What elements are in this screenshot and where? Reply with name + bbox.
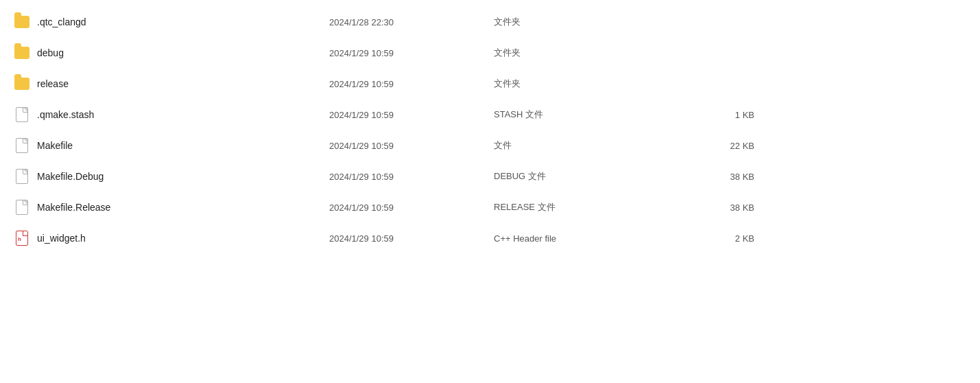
file-icon (14, 106, 30, 123)
file-name-cell: debug (14, 45, 329, 61)
file-name: release (37, 78, 69, 89)
folder-icon (14, 45, 30, 61)
table-row[interactable]: h ui_widget.h 2024/1/29 10:59 C++ Header… (0, 223, 980, 254)
file-name-cell: Makefile.Debug (14, 168, 329, 185)
table-row[interactable]: debug 2024/1/29 10:59 文件夹 (0, 38, 980, 69)
file-list: .qtc_clangd 2024/1/28 22:30 文件夹 debug 20… (0, 0, 980, 261)
file-type: 文件夹 (494, 78, 672, 90)
file-name: Makefile.Debug (37, 171, 104, 182)
file-name-cell: .qtc_clangd (14, 14, 329, 30)
table-row[interactable]: .qmake.stash 2024/1/29 10:59 STASH 文件 1 … (0, 100, 980, 130)
folder-icon (14, 76, 30, 92)
file-type: 文件 (494, 139, 672, 152)
file-size: 38 KB (672, 202, 754, 213)
file-name: Makefile (37, 140, 73, 151)
file-name-cell: release (14, 76, 329, 92)
file-name-cell: Makefile (14, 137, 329, 154)
file-date: 2024/1/29 10:59 (329, 141, 494, 151)
file-date: 2024/1/29 10:59 (329, 48, 494, 58)
file-name: debug (37, 47, 64, 58)
file-size: 1 KB (672, 110, 754, 120)
table-row[interactable]: Makefile 2024/1/29 10:59 文件 22 KB (0, 130, 980, 161)
file-type: 文件夹 (494, 16, 672, 28)
file-date: 2024/1/29 10:59 (329, 202, 494, 213)
file-name: ui_widget.h (37, 233, 86, 244)
table-row[interactable]: .qtc_clangd 2024/1/28 22:30 文件夹 (0, 7, 980, 38)
file-icon (14, 137, 30, 154)
file-type: 文件夹 (494, 47, 672, 59)
file-size: 38 KB (672, 172, 754, 182)
file-icon (14, 168, 30, 185)
file-name-cell: h ui_widget.h (14, 230, 329, 246)
file-name: .qmake.stash (37, 109, 94, 120)
header-file-icon: h (14, 230, 30, 246)
file-size: 22 KB (672, 141, 754, 151)
file-type: RELEASE 文件 (494, 201, 672, 213)
file-type: DEBUG 文件 (494, 170, 672, 183)
file-name: Makefile.Release (37, 202, 110, 213)
file-size: 2 KB (672, 233, 754, 244)
file-date: 2024/1/29 10:59 (329, 79, 494, 89)
folder-icon (14, 14, 30, 30)
file-type: C++ Header file (494, 233, 672, 244)
file-date: 2024/1/29 10:59 (329, 110, 494, 120)
table-row[interactable]: Makefile.Release 2024/1/29 10:59 RELEASE… (0, 192, 980, 223)
file-name: .qtc_clangd (37, 16, 86, 27)
file-date: 2024/1/28 22:30 (329, 17, 494, 27)
table-row[interactable]: release 2024/1/29 10:59 文件夹 (0, 69, 980, 100)
file-name-cell: Makefile.Release (14, 199, 329, 216)
file-type: STASH 文件 (494, 108, 672, 121)
file-date: 2024/1/29 10:59 (329, 233, 494, 244)
table-row[interactable]: Makefile.Debug 2024/1/29 10:59 DEBUG 文件 … (0, 161, 980, 192)
file-name-cell: .qmake.stash (14, 106, 329, 123)
file-date: 2024/1/29 10:59 (329, 172, 494, 182)
file-icon (14, 199, 30, 216)
